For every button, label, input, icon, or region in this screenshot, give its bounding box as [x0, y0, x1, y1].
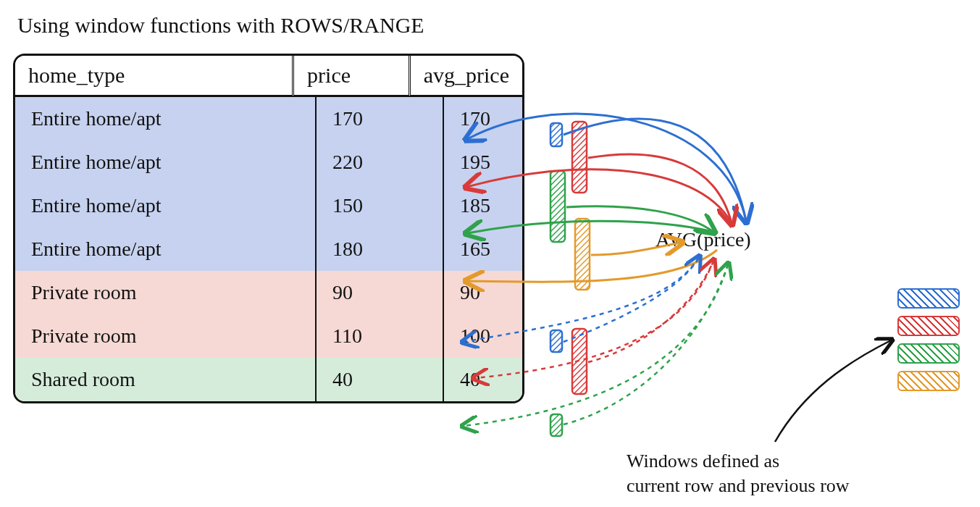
cell-home-type: Entire home/apt	[15, 141, 317, 184]
cell-avg-price: 100	[444, 314, 522, 358]
cell-price: 150	[317, 184, 444, 227]
partition-shared-room: Shared room 40 40	[15, 358, 522, 401]
caption-line: current row and previous row	[627, 474, 850, 498]
cell-avg-price: 195	[444, 141, 522, 184]
svg-rect-2	[550, 171, 565, 242]
svg-rect-0	[550, 123, 562, 146]
cell-avg-price: 185	[444, 184, 522, 227]
swatch-green	[897, 343, 960, 364]
cell-home-type: Private room	[15, 314, 317, 358]
swatch-blue	[897, 288, 960, 309]
cell-price: 220	[317, 141, 444, 184]
cell-price: 110	[317, 314, 444, 358]
cell-home-type: Entire home/apt	[15, 184, 317, 227]
partition-private-room: Private room 90 90 Private room 110 100	[15, 271, 522, 358]
cell-price: 40	[317, 358, 444, 401]
svg-rect-1	[572, 122, 587, 193]
table-header: home_type price avg_price	[15, 56, 522, 97]
cell-home-type: Entire home/apt	[15, 227, 317, 271]
cell-price: 170	[317, 97, 444, 141]
svg-rect-6	[550, 414, 562, 436]
svg-rect-3	[575, 219, 590, 290]
cell-home-type: Shared room	[15, 358, 317, 401]
cell-avg-price: 165	[444, 227, 522, 271]
cell-price: 90	[317, 271, 444, 314]
svg-rect-5	[572, 329, 587, 394]
swatch-orange	[897, 371, 960, 391]
header-price: price	[294, 56, 411, 97]
avg-function-label: AVG(price)	[656, 228, 751, 251]
diagram-title: Using window functions with ROWS/RANGE	[17, 13, 424, 38]
cell-price: 180	[317, 227, 444, 271]
window-definition-caption: Windows defined as current row and previ…	[627, 449, 850, 498]
caption-line: Windows defined as	[627, 449, 850, 474]
table-row: Entire home/apt 170 170	[15, 97, 522, 141]
color-legend	[897, 288, 960, 391]
cell-avg-price: 90	[444, 271, 522, 314]
cell-home-type: Private room	[15, 271, 317, 314]
table-row: Private room 110 100	[15, 314, 522, 358]
cell-avg-price: 40	[444, 358, 522, 401]
cell-home-type: Entire home/apt	[15, 97, 317, 141]
svg-rect-4	[550, 330, 562, 352]
table-row: Entire home/apt 150 185	[15, 184, 522, 227]
table-row: Entire home/apt 220 195	[15, 141, 522, 184]
table-row: Shared room 40 40	[15, 358, 522, 401]
swatch-red	[897, 316, 960, 336]
data-table: home_type price avg_price Entire home/ap…	[13, 54, 524, 403]
header-avg-price: avg_price	[411, 56, 522, 97]
partition-entire-home: Entire home/apt 170 170 Entire home/apt …	[15, 97, 522, 271]
header-home-type: home_type	[15, 56, 294, 97]
table-row: Entire home/apt 180 165	[15, 227, 522, 271]
table-row: Private room 90 90	[15, 271, 522, 314]
cell-avg-price: 170	[444, 97, 522, 141]
